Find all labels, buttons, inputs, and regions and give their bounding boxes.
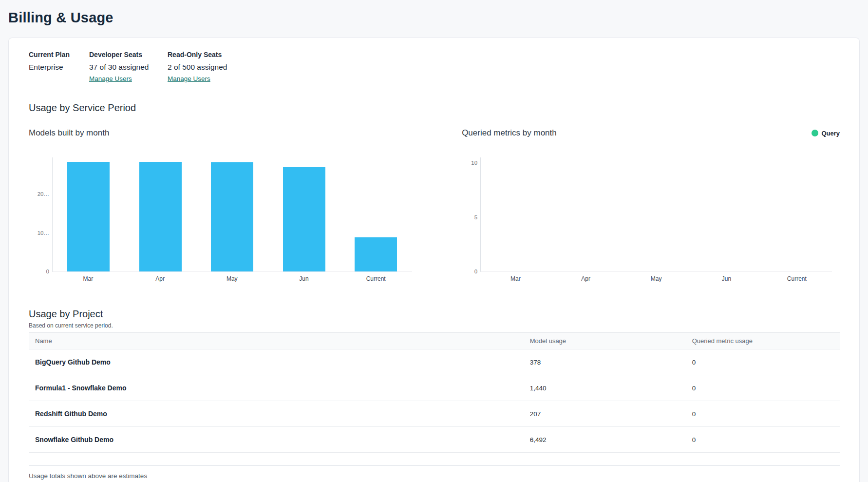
- chart-legend: Query: [811, 130, 840, 137]
- usage-estimates-footnote: Usage totals shown above are estimates: [29, 472, 840, 480]
- x-axis-tick-label: Apr: [551, 275, 621, 282]
- bar-slot: [196, 157, 268, 271]
- project-name-cell: Snowflake Github Demo: [29, 436, 524, 443]
- plan-summary: Current PlanEnterpriseDeveloper Seats37 …: [29, 51, 840, 83]
- plan-column-label: Current Plan: [29, 51, 71, 58]
- plan-column: Developer Seats37 of 30 assignedManage U…: [89, 51, 149, 83]
- x-axis-tick-label: Jun: [691, 275, 761, 282]
- models-built-chart: Models built by month 010…20… MarAprMayJ…: [29, 127, 415, 282]
- plan-column-label: Developer Seats: [89, 51, 149, 58]
- bar-slot: [53, 157, 125, 271]
- page-header: Billing & Usage: [0, 0, 868, 38]
- model-usage-cell: 1,440: [524, 385, 686, 392]
- queried-metric-usage-cell: 0: [686, 359, 840, 366]
- bar-slot: [692, 157, 762, 271]
- table-row: BigQuery Github Demo3780: [29, 349, 840, 375]
- plan-link-wrap: Manage Users: [89, 72, 149, 83]
- model-usage-cell: 207: [524, 410, 686, 418]
- column-header-name: Name: [29, 337, 524, 345]
- table-row: Snowflake Github Demo6,4920: [29, 427, 840, 453]
- usage-by-project-table: Name Model usage Queried metric usage Bi…: [29, 332, 840, 466]
- plan-column: Read-Only Seats2 of 500 assignedManage U…: [168, 51, 227, 83]
- column-header-model-usage: Model usage: [524, 337, 686, 345]
- bar-chart-plot: 0510: [480, 157, 832, 272]
- y-axis-tick-label: 0: [46, 269, 49, 274]
- usage-by-project-subtitle: Based on current service period.: [29, 322, 840, 329]
- x-axis-tick-label: Current: [762, 275, 832, 282]
- legend-label: Query: [821, 130, 840, 137]
- bar: [67, 162, 110, 271]
- bar-chart-plot: 010…20…: [52, 157, 412, 272]
- bar-slot: [551, 157, 621, 271]
- x-axis-tick-label: May: [196, 275, 268, 282]
- bar-slot: [481, 157, 551, 271]
- project-name-cell: Formula1 - Snowflake Demo: [29, 384, 524, 392]
- plan-column: Current PlanEnterprise: [29, 51, 71, 83]
- queried-metric-usage-cell: 0: [686, 410, 840, 418]
- bar-slot: [340, 157, 412, 271]
- table-header-row: Name Model usage Queried metric usage: [29, 332, 840, 349]
- bar-slot: [621, 157, 691, 271]
- model-usage-cell: 6,492: [524, 436, 686, 443]
- x-axis-tick-label: Jun: [268, 275, 340, 282]
- bar-slot: [762, 157, 832, 271]
- table-row: Formula1 - Snowflake Demo1,4400: [29, 375, 840, 401]
- queried-metrics-chart: Queried metrics by month Query 0510 MarA…: [462, 127, 840, 282]
- project-name-cell: Redshift Github Demo: [29, 410, 524, 418]
- x-axis-tick-label: Current: [340, 275, 412, 282]
- manage-users-link[interactable]: Manage Users: [168, 75, 210, 82]
- queried-metric-usage-cell: 0: [686, 436, 840, 443]
- charts-row: Models built by month 010…20… MarAprMayJ…: [29, 127, 840, 282]
- y-axis-tick-label: 0: [474, 269, 477, 274]
- column-header-queried-metric-usage: Queried metric usage: [686, 337, 840, 345]
- table-row: Redshift Github Demo2070: [29, 401, 840, 427]
- billing-card: Current PlanEnterpriseDeveloper Seats37 …: [8, 38, 860, 482]
- bars-container: [53, 157, 412, 271]
- page-title: Billing & Usage: [8, 10, 856, 26]
- chart-title: Queried metrics by month: [462, 128, 557, 138]
- x-axis-tick-label: May: [621, 275, 691, 282]
- bars-container: [481, 157, 832, 271]
- bar: [355, 237, 397, 271]
- x-axis-tick-label: Mar: [480, 275, 550, 282]
- plan-column-value: 37 of 30 assigned: [89, 63, 149, 72]
- model-usage-cell: 378: [524, 359, 686, 366]
- project-name-cell: BigQuery Github Demo: [29, 358, 524, 366]
- manage-users-link[interactable]: Manage Users: [89, 75, 132, 82]
- bar: [139, 162, 182, 271]
- y-axis-tick-label: 10…: [38, 230, 49, 236]
- y-axis-tick-label: 5: [474, 214, 477, 220]
- x-axis-tick-label: Mar: [52, 275, 124, 282]
- bar-slot: [125, 157, 197, 271]
- table-body: BigQuery Github Demo3780Formula1 - Snowf…: [29, 349, 840, 453]
- x-axis-tick-label: Apr: [124, 275, 196, 282]
- bar: [211, 162, 253, 271]
- legend-dot-icon: [811, 130, 818, 136]
- plan-link-wrap: Manage Users: [168, 72, 227, 83]
- table-footer-divider: [29, 453, 840, 466]
- y-axis-tick-label: 20…: [38, 191, 49, 197]
- usage-by-service-period-title: Usage by Service Period: [29, 102, 840, 114]
- bar: [283, 167, 325, 271]
- queried-metric-usage-cell: 0: [686, 385, 840, 392]
- chart-title: Models built by month: [29, 128, 109, 138]
- y-axis-tick-label: 10: [471, 160, 477, 166]
- x-axis-labels: MarAprMayJunCurrent: [52, 275, 412, 282]
- plan-column-label: Read-Only Seats: [168, 51, 227, 58]
- bar-slot: [268, 157, 340, 271]
- x-axis-labels: MarAprMayJunCurrent: [480, 275, 832, 282]
- plan-column-value: Enterprise: [29, 63, 71, 72]
- usage-by-project-title: Usage by Project: [29, 308, 840, 320]
- plan-column-value: 2 of 500 assigned: [168, 63, 227, 72]
